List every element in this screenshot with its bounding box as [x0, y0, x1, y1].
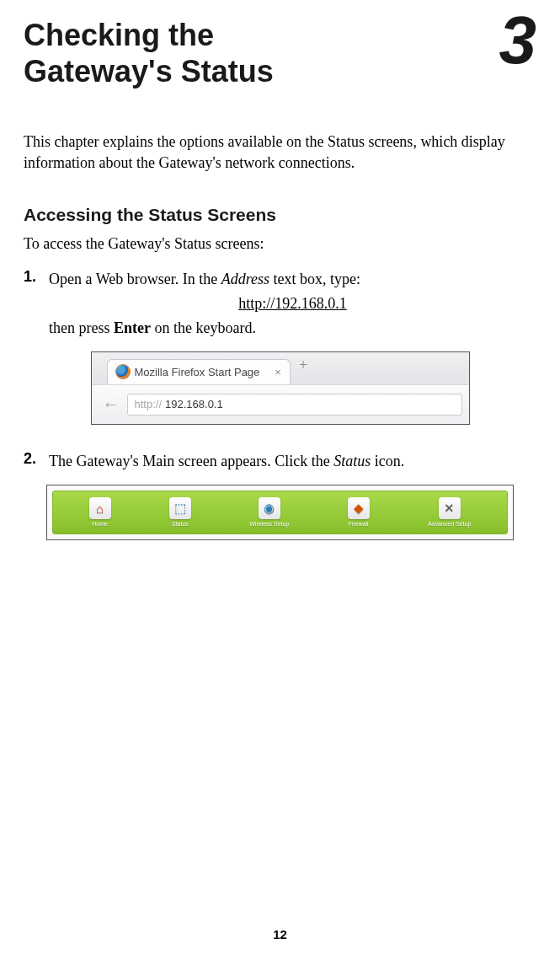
address-bar[interactable]: http://192.168.0.1: [127, 394, 462, 416]
browser-navbar: ← http://192.168.0.1: [92, 384, 469, 424]
url-host: 192.168.0.1: [165, 398, 223, 410]
step-url: http://192.168.0.1: [49, 292, 536, 315]
step-text-italic: Address: [221, 271, 269, 287]
step-text: then press: [49, 319, 114, 336]
section-intro: To access the Gateway's Status screens:: [24, 235, 536, 253]
tools-icon: ✕: [439, 497, 461, 519]
step-text-bold: Enter: [114, 319, 151, 336]
tab-title: Mozilla Firefox Start Page: [135, 366, 260, 378]
close-icon[interactable]: ×: [275, 366, 281, 378]
nav-label: Advanced Setup: [428, 521, 471, 527]
nav-label: Firewall: [349, 521, 369, 527]
firefox-icon: [116, 365, 130, 378]
step-2: 2. The Gateway's Main screen appears. Cl…: [24, 450, 536, 473]
step-number: 1.: [24, 268, 49, 340]
status-icon: ⬚: [169, 497, 191, 519]
nav-label: Wireless Setup: [249, 521, 289, 527]
back-icon[interactable]: ←: [99, 392, 124, 417]
chapter-number: 3: [499, 10, 537, 71]
step-text: icon.: [371, 453, 404, 469]
step-1: 1. Open a Web browser. In the Address te…: [24, 268, 536, 340]
chapter-title: Checking the Gateway's Status: [24, 17, 360, 89]
chapter-intro: This chapter explains the options availa…: [24, 131, 536, 173]
home-icon: ⌂: [89, 497, 111, 519]
step-text: on the keyboard.: [151, 319, 256, 336]
new-tab-icon[interactable]: +: [299, 357, 307, 374]
nav-advanced-setup[interactable]: ✕ Advanced Setup: [428, 497, 471, 527]
nav-label: Status: [172, 521, 189, 527]
step-number: 2.: [24, 450, 49, 473]
step-text: text box, type:: [269, 271, 360, 287]
nav-firewall[interactable]: ◆ Firewall: [348, 497, 370, 527]
step-text: The Gateway's Main screen appears. Click…: [49, 453, 333, 469]
firewall-icon: ◆: [348, 497, 370, 519]
step-text-italic: Status: [333, 453, 371, 469]
wifi-icon: ◉: [259, 497, 280, 519]
url-scheme: http://: [135, 398, 163, 410]
browser-screenshot: Mozilla Firefox Start Page × + ← http://…: [91, 351, 470, 425]
nav-label: Home: [92, 521, 108, 527]
nav-status[interactable]: ⬚ Status: [169, 497, 191, 527]
gateway-nav-screenshot: ⌂ Home ⬚ Status ◉ Wireless Setup ◆ Firew…: [46, 485, 514, 540]
nav-wireless-setup[interactable]: ◉ Wireless Setup: [249, 497, 289, 527]
section-heading: Accessing the Status Screens: [24, 205, 536, 225]
page-number: 12: [0, 927, 560, 941]
gateway-navbar: ⌂ Home ⬚ Status ◉ Wireless Setup ◆ Firew…: [52, 491, 508, 534]
step-text: Open a Web browser. In the: [49, 271, 221, 287]
browser-tabbar: Mozilla Firefox Start Page × +: [92, 352, 469, 384]
nav-home[interactable]: ⌂ Home: [89, 497, 111, 527]
browser-tab[interactable]: Mozilla Firefox Start Page ×: [107, 359, 291, 384]
